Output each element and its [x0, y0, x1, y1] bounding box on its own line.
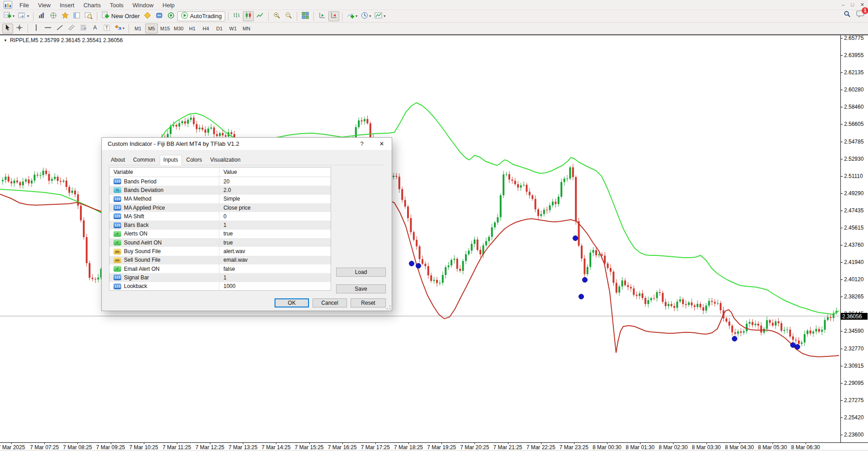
- variable-value[interactable]: 1: [223, 222, 227, 228]
- search-icon[interactable]: [844, 10, 851, 19]
- timeframe-d1[interactable]: D1: [213, 24, 226, 34]
- menu-insert[interactable]: Insert: [55, 1, 79, 10]
- cancel-button[interactable]: Cancel: [313, 298, 347, 307]
- table-row[interactable]: abBuy Sound Filealert.wav: [109, 247, 331, 255]
- auto-scroll-button[interactable]: [317, 11, 327, 21]
- tab-about[interactable]: About: [107, 155, 128, 165]
- vertical-line-tool[interactable]: [31, 24, 42, 34]
- save-button[interactable]: Save: [336, 284, 386, 293]
- timeframe-h1[interactable]: H1: [186, 24, 199, 34]
- table-row[interactable]: 123MA MethodSimple: [109, 195, 331, 203]
- autotrading-button[interactable]: AutoTrading: [177, 11, 225, 21]
- timeframe-m5[interactable]: M5: [145, 24, 158, 34]
- chevron-down-icon[interactable]: ▾: [27, 14, 29, 18]
- variable-value[interactable]: 2.0: [223, 187, 231, 193]
- chevron-down-icon[interactable]: ▾: [369, 14, 371, 18]
- variable-value[interactable]: email.wav: [223, 257, 247, 263]
- table-row[interactable]: abSell Sound Fileemail.wav: [109, 256, 331, 264]
- label-tool[interactable]: T: [101, 24, 112, 34]
- shapes-tool[interactable]: ▾: [113, 24, 126, 34]
- load-button[interactable]: Load: [336, 268, 386, 277]
- variable-value[interactable]: Close price: [223, 205, 251, 211]
- timeframe-m15[interactable]: M15: [159, 24, 171, 34]
- broadcast-button[interactable]: [166, 11, 176, 21]
- tile-windows-button[interactable]: [300, 11, 311, 21]
- new-chart-button[interactable]: ▾: [2, 11, 16, 21]
- table-row[interactable]: ½Bands Deviation2.0: [109, 186, 331, 194]
- variable-value[interactable]: alert.wav: [223, 248, 245, 254]
- fibonacci-tool[interactable]: F: [78, 24, 89, 34]
- horizontal-line-tool[interactable]: [43, 24, 53, 34]
- table-row[interactable]: 123Bars Back1: [109, 221, 331, 229]
- tab-visualization[interactable]: Visualization: [206, 155, 244, 165]
- menu-file[interactable]: File: [15, 1, 33, 10]
- table-row[interactable]: ✓Alerts ONtrue: [109, 230, 331, 238]
- table-row[interactable]: 123Lookback1000: [109, 282, 331, 291]
- crosshair-tool[interactable]: [14, 24, 25, 34]
- market-watch-button[interactable]: [36, 11, 47, 21]
- table-row[interactable]: 123MA Applied PriceClose price: [109, 203, 331, 212]
- menu-charts[interactable]: Charts: [79, 1, 105, 10]
- chat-icon[interactable]: 1: [856, 10, 865, 20]
- tab-inputs[interactable]: Inputs: [160, 155, 182, 165]
- menu-window[interactable]: Window: [128, 1, 158, 10]
- variable-value[interactable]: true: [223, 240, 233, 246]
- timeframe-w1[interactable]: W1: [227, 24, 239, 34]
- table-row[interactable]: 123MA Shift0: [109, 212, 331, 221]
- table-row[interactable]: 123Bands Period20: [109, 177, 331, 186]
- tab-colors[interactable]: Colors: [183, 155, 206, 165]
- chevron-down-icon[interactable]: ▾: [13, 14, 14, 18]
- variable-value[interactable]: true: [223, 230, 233, 237]
- templates-button[interactable]: ▾: [373, 11, 387, 21]
- favorites-button[interactable]: [60, 11, 71, 21]
- bar-chart-button[interactable]: [231, 11, 242, 21]
- zoom-out-button[interactable]: [283, 11, 294, 21]
- dialog-title-bar[interactable]: Custom Indicator - Fiji BB Alert MT4 by …: [102, 138, 392, 150]
- cursor-tool[interactable]: [2, 24, 13, 34]
- reset-button[interactable]: Reset: [351, 298, 386, 307]
- close-icon[interactable]: ✕: [372, 138, 392, 150]
- help-icon[interactable]: ?: [352, 138, 372, 150]
- metaeditor-button[interactable]: [142, 11, 153, 21]
- trendline-tool[interactable]: [54, 24, 65, 34]
- navigator-button[interactable]: [48, 11, 59, 21]
- profiles-button[interactable]: ▾: [17, 11, 30, 21]
- variable-value[interactable]: false: [223, 266, 235, 272]
- variable-value[interactable]: 20: [223, 178, 229, 185]
- price-axis[interactable]: 2.657752.639552.621352.602802.584602.566…: [841, 35, 868, 442]
- chevron-down-icon[interactable]: ▾: [356, 14, 357, 18]
- chevron-down-icon[interactable]: ▼: [4, 38, 7, 43]
- timeframe-m1[interactable]: M1: [132, 24, 144, 34]
- chevron-down-icon[interactable]: ▾: [384, 14, 385, 18]
- strategy-tester-button[interactable]: [83, 11, 94, 21]
- indicators-button[interactable]: ▾: [345, 11, 359, 21]
- variable-value[interactable]: 0: [223, 213, 227, 220]
- zoom-in-button[interactable]: [271, 11, 282, 21]
- ok-button[interactable]: OK: [275, 298, 309, 307]
- data-window-button[interactable]: [71, 11, 82, 21]
- close-icon[interactable]: ✕: [860, 2, 864, 8]
- restore-icon[interactable]: □: [851, 2, 854, 8]
- text-tool[interactable]: A: [90, 24, 100, 34]
- channel-tool[interactable]: [66, 24, 77, 34]
- minimize-icon[interactable]: –: [842, 2, 844, 8]
- table-row[interactable]: ✓Sound Aelrt ONtrue: [109, 238, 331, 247]
- variable-value[interactable]: 1000: [223, 283, 236, 289]
- experts-button[interactable]: [154, 11, 165, 21]
- menu-view[interactable]: View: [33, 1, 55, 10]
- tab-common[interactable]: Common: [129, 155, 159, 165]
- variable-value[interactable]: Simple: [223, 196, 240, 202]
- menu-help[interactable]: Help: [158, 1, 179, 10]
- resize-grip-icon[interactable]: [386, 305, 391, 310]
- new-order-button[interactable]: New Order: [100, 11, 141, 21]
- candle-chart-button[interactable]: [243, 11, 254, 21]
- menu-tools[interactable]: Tools: [105, 1, 128, 10]
- line-chart-button[interactable]: [255, 11, 266, 21]
- periods-button[interactable]: ▾: [360, 11, 372, 21]
- table-row[interactable]: ✓Email Alert ONfalse: [109, 264, 331, 273]
- timeframe-mn[interactable]: MN: [240, 24, 253, 34]
- table-row[interactable]: 123Signal Bar1: [109, 273, 331, 282]
- inputs-table[interactable]: Variable Value 123Bands Period20½Bands D…: [109, 167, 331, 291]
- chevron-down-icon[interactable]: ▾: [123, 26, 124, 30]
- timeframe-h4[interactable]: H4: [199, 24, 212, 34]
